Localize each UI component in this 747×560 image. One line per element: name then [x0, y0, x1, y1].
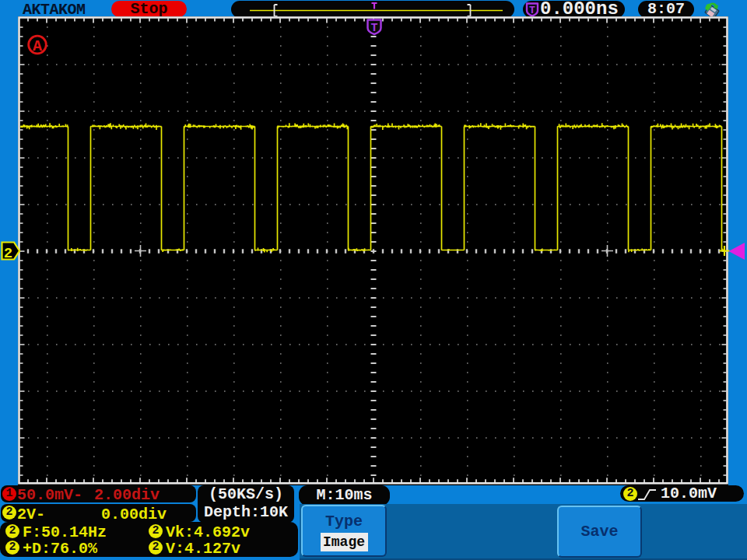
svg-text:T: T [370, 22, 377, 35]
svg-text:2: 2 [4, 245, 12, 262]
svg-text:A: A [33, 37, 42, 55]
